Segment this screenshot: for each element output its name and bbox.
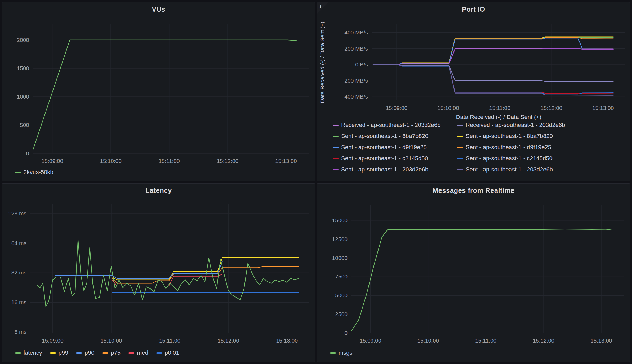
legend-swatch-icon [333, 169, 339, 170]
x-tick-label: 15:12:00 [533, 338, 554, 344]
y-axis-label: Data Received (-) / Data Sent (+) [319, 21, 325, 103]
x-tick-label: 15:09:00 [386, 105, 407, 111]
panel-title: VUs [152, 5, 165, 14]
legend-label: Sent - ap-southeast-1 - d9f19e25 [466, 144, 551, 151]
legend-label: Sent - ap-southeast-1 - 203d2e6b [341, 166, 428, 173]
y-tick-label: 5000 [335, 292, 348, 298]
legend-swatch-icon [128, 352, 134, 354]
panel-header-vus[interactable]: VUs [2, 2, 315, 16]
y-tick-label: 200 MB/s [344, 46, 368, 52]
y-tick-label: 16 ms [11, 299, 26, 305]
panel-header-messages[interactable]: Messages from Realtime [317, 184, 630, 197]
legend-item[interactable]: p0.01 [156, 349, 179, 356]
legend-swatch-icon [333, 136, 339, 137]
x-tick-label: 15:09:00 [42, 158, 63, 164]
legend-item[interactable]: Sent - ap-southeast-1 - 8ba7b820 [333, 133, 457, 140]
y-tick-label: 128 ms [8, 210, 26, 216]
series-line [373, 65, 613, 94]
chart-canvas: 15:09:0015:10:0015:11:0015:12:0015:13:00… [317, 16, 630, 113]
y-tick-label: 0 [26, 150, 29, 156]
y-tick-label: 0 [344, 330, 348, 336]
info-icon: i [320, 3, 321, 9]
latency-legend: latencyp99p90p75medp0.01 [2, 347, 315, 362]
series-line [33, 40, 297, 150]
x-tick-label: 15:13:00 [275, 158, 297, 164]
series-line [112, 257, 299, 280]
panel-header-latency[interactable]: Latency [2, 184, 315, 197]
legend-swatch-icon [50, 352, 56, 354]
legend-label: Sent - ap-southeast-1 - 8ba7b820 [466, 133, 553, 140]
y-tick-label: 500 [20, 122, 29, 128]
legend-item[interactable]: p99 [50, 349, 68, 356]
x-tick-label: 15:12:00 [217, 338, 239, 344]
y-tick-label: -200 MB/s [342, 78, 368, 84]
x-tick-label: 15:12:00 [541, 105, 562, 111]
x-tick-label: 15:13:00 [276, 338, 298, 344]
legend-item[interactable]: Sent - ap-southeast-1 - 203d2e6b [333, 166, 457, 173]
series-line [373, 48, 613, 65]
legend-swatch-icon [333, 158, 339, 159]
legend-swatch-icon [15, 172, 21, 173]
messages-chart[interactable]: 15:09:0015:10:0015:11:0015:12:0015:13:00… [317, 197, 630, 347]
y-tick-label: 2000 [17, 37, 29, 43]
panel-header-port-io[interactable]: Port IO [317, 2, 630, 16]
legend-label: p90 [84, 349, 94, 356]
legend-label: Sent - ap-southeast-1 - c2145d50 [341, 155, 428, 162]
legend-swatch-icon [457, 158, 463, 159]
legend-label: Sent - ap-southeast-1 - 8ba7b820 [341, 133, 428, 140]
legend-item[interactable]: p90 [76, 349, 94, 356]
legend-label: Sent - ap-southeast-1 - 203d2e6b [466, 166, 553, 173]
latency-chart[interactable]: 15:09:0015:10:0015:11:0015:12:0015:13:00… [2, 197, 315, 347]
vus-chart[interactable]: 15:09:0015:10:0015:11:0015:12:0015:13:00… [2, 16, 315, 166]
legend-item[interactable]: latency [15, 349, 42, 356]
series-line [373, 65, 613, 93]
series-line [373, 38, 613, 65]
legend-item[interactable]: p75 [102, 349, 121, 356]
port-io-chart[interactable]: 15:09:0015:10:0015:11:0015:12:0015:13:00… [317, 16, 630, 113]
legend-label: p75 [111, 349, 121, 356]
legend-label: 2kvus-50kb [24, 169, 54, 176]
legend-item[interactable]: Sent - ap-southeast-1 - d9f19e25 [333, 144, 457, 151]
legend-item[interactable]: Sent - ap-southeast-1 - d9f19e25 [457, 144, 582, 151]
panel-info-corner[interactable]: i [317, 2, 328, 14]
legend-label: med [137, 349, 148, 356]
legend-item[interactable]: Sent - ap-southeast-1 - 8ba7b820 [457, 133, 582, 140]
port-io-legend-scroll[interactable]: Received - ap-southeast-1 - 203d2e6bSent… [317, 122, 630, 181]
x-axis-label: Data Received (-) / Data Sent (+) [317, 113, 630, 122]
legend-swatch-icon [457, 136, 463, 137]
y-tick-label: 32 ms [11, 269, 26, 276]
series-line [112, 267, 299, 283]
series-line [373, 37, 613, 65]
series-line [373, 65, 613, 95]
panel-latency: Latency 15:09:0015:10:0015:11:0015:12:00… [2, 183, 315, 362]
legend-item[interactable]: msgs [330, 349, 353, 356]
legend-label: Received - ap-southeast-1 - 203d2e6b [341, 122, 440, 128]
legend-item[interactable]: Sent - ap-southeast-1 - 203d2e6b [457, 166, 582, 173]
legend-item[interactable]: Received - ap-southeast-1 - 203d2e6b [457, 122, 582, 128]
x-tick-label: 15:10:00 [100, 338, 122, 344]
legend-item[interactable]: Sent - ap-southeast-1 - c2145d50 [333, 155, 457, 162]
legend-item[interactable]: Sent - ap-southeast-1 - c2145d50 [457, 155, 582, 162]
y-tick-label: 1000 [17, 94, 29, 100]
legend-swatch-icon [15, 352, 21, 354]
legend-item[interactable]: Received - ap-southeast-1 - 203d2e6b [333, 122, 457, 128]
series-line [373, 65, 613, 81]
series-line [351, 229, 613, 331]
legend-swatch-icon [457, 169, 463, 170]
x-tick-label: 15:11:00 [475, 338, 496, 344]
x-tick-label: 15:10:00 [100, 158, 122, 164]
panel-title: Latency [145, 187, 172, 195]
panel-title: Port IO [462, 5, 485, 14]
legend-swatch-icon [457, 147, 463, 148]
legend-label: p99 [59, 349, 68, 356]
x-tick-label: 15:10:00 [437, 105, 459, 111]
legend-item[interactable]: 2kvus-50kb [15, 169, 54, 176]
chart-canvas: 15:09:0015:10:0015:11:0015:12:0015:13:00… [2, 16, 315, 166]
legend-label: msgs [339, 349, 353, 356]
x-tick-label: 15:09:00 [360, 338, 381, 344]
y-tick-label: 2500 [335, 311, 348, 317]
legend-item[interactable]: med [128, 349, 148, 356]
x-tick-label: 15:10:00 [417, 338, 439, 344]
y-tick-label: 7500 [335, 273, 348, 279]
legend-label: latency [24, 349, 42, 356]
